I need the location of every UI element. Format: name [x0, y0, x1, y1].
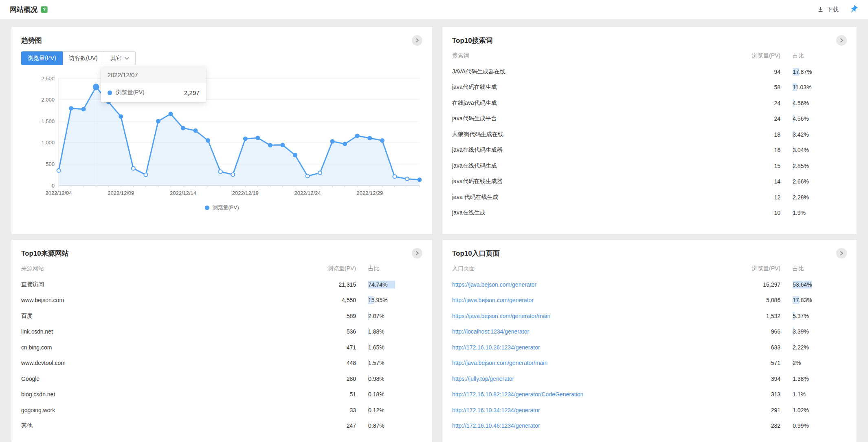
tab-uv[interactable]: 访客数(UV) [62, 51, 104, 65]
row-pv: 291 [736, 407, 780, 413]
search-terms-title: Top10搜索词 [452, 36, 493, 45]
table-row: 直接访问21,31574.74% [21, 277, 422, 293]
ratio-value: 4.56% [793, 100, 847, 106]
row-ratio: 15.95% [368, 297, 422, 303]
col-header: 浏览量(PV) [736, 52, 780, 60]
row-pv: 471 [311, 344, 356, 351]
table-row: http://172.16.10.82:1234/generator/CodeG… [452, 387, 847, 402]
row-pv: 5,086 [736, 297, 780, 303]
row-pv: 24 [736, 100, 780, 106]
row-ratio: 0.12% [368, 407, 422, 413]
row-name[interactable]: https://java.bejson.com/generator [452, 281, 736, 288]
row-pv: 15 [736, 163, 780, 169]
table-row: java在线代码生成152.85% [452, 158, 847, 174]
search-terms-more-button[interactable] [836, 35, 847, 46]
chart-legend[interactable]: 浏览量(PV) [21, 204, 422, 211]
table-row: http://172.16.10.46:1234/generator2820.9… [452, 418, 847, 434]
row-pv: 15,297 [736, 281, 780, 288]
svg-text:500: 500 [46, 161, 55, 167]
ratio-value: 1.57% [368, 360, 422, 366]
chevron-right-icon [415, 251, 420, 256]
ratio-value: 5.37% [793, 313, 847, 319]
table-row: 百度5892.07% [21, 308, 422, 324]
row-name[interactable]: http://172.16.10.46:1234/generator [452, 422, 736, 429]
ratio-value: 2.07% [368, 313, 422, 319]
ratio-value: 3.39% [793, 328, 847, 335]
table-row: Google2800.98% [21, 371, 422, 387]
ratio-value: 1.88% [368, 328, 422, 335]
row-pv: 394 [736, 376, 780, 382]
svg-text:2022/12/14: 2022/12/14 [170, 190, 196, 196]
row-ratio: 74.74% [368, 281, 422, 288]
ratio-value: 4.56% [793, 115, 847, 122]
table-row: link.csdn.net5361.88% [21, 324, 422, 340]
ratio-value: 0.87% [368, 422, 422, 429]
table-row: https://java.bejson.com/generator/main1,… [452, 308, 847, 324]
entry-pages-more-button[interactable] [836, 248, 847, 259]
row-name: 其他 [21, 422, 311, 429]
table-row: https://java.bejson.com/generator15,2975… [452, 277, 847, 293]
row-pv: 571 [736, 360, 780, 366]
svg-text:2022/12/04: 2022/12/04 [45, 190, 72, 196]
row-name: java在线生成 [452, 209, 736, 217]
table-row: java代码生成平台244.56% [452, 111, 847, 127]
chevron-right-icon [415, 38, 420, 43]
ratio-value: 1.65% [368, 344, 422, 351]
ratio-value: 3.42% [793, 131, 847, 138]
table-row: 其他2470.87% [21, 418, 422, 434]
row-pv: 18 [736, 131, 780, 138]
help-icon[interactable]: ? [41, 6, 48, 13]
row-name[interactable]: http://172.16.10.34:1234/generator [452, 407, 736, 413]
row-ratio: 2.22% [793, 344, 847, 351]
col-header: 浏览量(PV) [311, 265, 356, 272]
svg-text:2,500: 2,500 [41, 75, 55, 82]
table-row: https://jully.top/generator3941.38% [452, 371, 847, 387]
legend-label: 浏览量(PV) [213, 204, 239, 211]
row-name[interactable]: http://172.16.10.26:1234/generator [452, 344, 736, 351]
row-name: link.csdn.net [21, 328, 311, 335]
row-name: java代码生成平台 [452, 115, 736, 122]
row-ratio: 5.37% [793, 313, 847, 319]
ratio-value: 2% [793, 360, 847, 366]
download-button[interactable]: 下载 [817, 6, 839, 13]
row-name[interactable]: https://java.bejson.com/generator/main [452, 313, 736, 319]
col-header: 入口页面 [452, 265, 736, 272]
chart-tooltip: 2022/12/07 浏览量(PV) 2,297 [101, 67, 206, 102]
tooltip-value: 2,297 [184, 89, 200, 96]
row-name[interactable]: https://jully.top/generator [452, 376, 736, 382]
pin-icon[interactable] [849, 5, 858, 14]
row-name[interactable]: http://java.bejson.com/generator/main [452, 360, 736, 366]
dashboard-grid: 趋势图 浏览量(PV) 访客数(UV) 其它 05001,0001,5002,0… [0, 19, 868, 442]
row-name: java代码在线生成器 [452, 178, 736, 185]
download-icon [817, 6, 824, 13]
row-name: java代码在线生成 [452, 84, 736, 91]
row-name: blog.csdn.net [21, 391, 311, 398]
col-header: 搜索词 [452, 52, 736, 60]
ratio-value: 1.1% [793, 391, 847, 398]
trend-more-button[interactable] [412, 35, 422, 46]
trend-chart[interactable]: 05001,0001,5002,0002,5002022/12/042022/1… [21, 69, 422, 202]
table-row: 在线java代码生成244.56% [452, 95, 847, 111]
row-ratio: 2% [793, 360, 847, 366]
col-header: 来源网站 [21, 265, 311, 272]
svg-text:1,500: 1,500 [41, 118, 55, 124]
tab-pv[interactable]: 浏览量(PV) [21, 51, 63, 65]
ratio-value: 0.99% [793, 422, 847, 429]
row-pv: 1,532 [736, 313, 780, 319]
row-ratio: 53.64% [793, 281, 847, 288]
ratio-value: 74.74% [368, 281, 422, 288]
referrers-title: Top10来源网站 [21, 249, 69, 258]
tab-other-dropdown[interactable]: 其它 [104, 51, 136, 65]
row-pv: 94 [736, 69, 780, 75]
row-name[interactable]: http://172.16.10.82:1234/generator/CodeG… [452, 391, 736, 398]
table-row: http://java.bejson.com/generator5,08617.… [452, 292, 847, 308]
row-pv: 633 [736, 344, 780, 351]
row-name: www.devtool.com [21, 360, 311, 366]
trend-card-title: 趋势图 [21, 36, 42, 45]
table-row: JAVA代码生成器在线9417.87% [452, 64, 847, 80]
row-ratio: 1.02% [793, 407, 847, 413]
row-name[interactable]: http://java.bejson.com/generator [452, 297, 736, 303]
row-name[interactable]: http://localhost:1234/generator [452, 328, 736, 335]
referrers-more-button[interactable] [412, 248, 422, 259]
trend-metric-tabs: 浏览量(PV) 访客数(UV) 其它 [21, 51, 422, 65]
